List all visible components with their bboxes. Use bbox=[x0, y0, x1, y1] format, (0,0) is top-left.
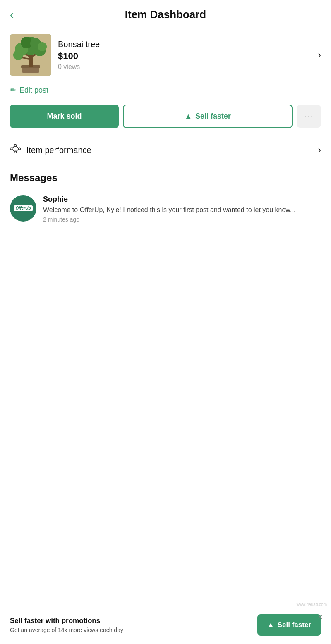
up-arrow-icon: ▲ bbox=[185, 112, 192, 121]
performance-label: Item performance bbox=[26, 145, 91, 155]
messages-title: Messages bbox=[10, 172, 321, 184]
message-content: Sophie Welcome to OfferUp, Kyle! I notic… bbox=[43, 195, 321, 223]
item-performance-row[interactable]: Item performance › bbox=[0, 135, 331, 165]
item-price: $100 bbox=[58, 51, 312, 62]
messages-section: Messages OfferUp Sophie Welcome to Offer… bbox=[0, 165, 331, 226]
item-info: Bonsai tree $100 0 views bbox=[58, 40, 312, 71]
svg-line-21 bbox=[16, 149, 19, 151]
bottom-banner: Sell faster with promotions Get an avera… bbox=[0, 606, 331, 644]
message-time: 2 minutes ago bbox=[43, 216, 321, 223]
mark-sold-button[interactable]: Mark sold bbox=[10, 105, 119, 128]
item-image bbox=[10, 34, 51, 76]
svg-line-20 bbox=[12, 149, 14, 151]
item-card[interactable]: Bonsai tree $100 0 views › bbox=[0, 28, 331, 82]
edit-post-button[interactable]: ✏ Edit post bbox=[10, 86, 48, 95]
message-sender: Sophie bbox=[43, 195, 321, 204]
svg-line-18 bbox=[12, 146, 14, 148]
svg-point-13 bbox=[38, 42, 47, 51]
avatar: OfferUp bbox=[10, 195, 36, 222]
action-buttons-row: Mark sold ▲ Sell faster ··· bbox=[0, 101, 331, 135]
more-options-button[interactable]: ··· bbox=[297, 105, 321, 128]
back-button[interactable]: ‹ bbox=[10, 9, 14, 21]
banner-close-button[interactable]: × bbox=[318, 613, 323, 622]
performance-chevron-icon: › bbox=[318, 145, 321, 155]
banner-text: Sell faster with promotions Get an avera… bbox=[10, 617, 249, 633]
pencil-icon: ✏ bbox=[10, 86, 16, 95]
edit-post-row: ✏ Edit post bbox=[0, 82, 331, 101]
performance-icon bbox=[10, 144, 21, 156]
svg-point-10 bbox=[13, 50, 23, 60]
banner-up-arrow-icon: ▲ bbox=[267, 621, 274, 629]
edit-post-label: Edit post bbox=[19, 86, 48, 95]
sell-faster-button[interactable]: ▲ Sell faster bbox=[123, 105, 293, 128]
page-title: Item Dashboard bbox=[125, 8, 206, 21]
header: ‹ Item Dashboard bbox=[0, 0, 331, 28]
message-preview: Welcome to OfferUp, Kyle! I noticed this… bbox=[43, 205, 321, 215]
banner-sell-faster-label: Sell faster bbox=[278, 621, 311, 629]
message-item[interactable]: OfferUp Sophie Welcome to OfferUp, Kyle!… bbox=[10, 192, 321, 226]
performance-left: Item performance bbox=[10, 144, 91, 156]
banner-title: Sell faster with promotions bbox=[10, 617, 249, 625]
svg-line-19 bbox=[16, 146, 19, 148]
item-name: Bonsai tree bbox=[58, 40, 312, 49]
svg-point-17 bbox=[14, 151, 17, 153]
item-views: 0 views bbox=[58, 63, 312, 71]
sell-faster-label: Sell faster bbox=[195, 112, 231, 121]
svg-point-15 bbox=[14, 145, 17, 147]
banner-sell-faster-button[interactable]: ▲ Sell faster bbox=[257, 614, 321, 636]
offerup-avatar-logo: OfferUp bbox=[14, 205, 32, 211]
banner-subtitle: Get an average of 14x more views each da… bbox=[10, 627, 249, 633]
item-chevron-icon: › bbox=[318, 50, 321, 60]
